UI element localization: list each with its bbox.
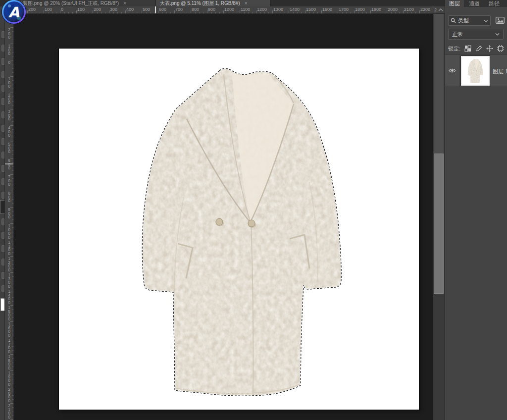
paint-lock-icon[interactable]	[473, 45, 484, 52]
tool-sliver-icon[interactable]	[1, 285, 4, 292]
tool-sliver-icon[interactable]	[1, 218, 4, 225]
ruler-tick	[166, 12, 167, 13]
ruler-tick	[97, 12, 98, 13]
tool-sliver-icon[interactable]	[1, 232, 4, 239]
tool-sliver-icon[interactable]	[1, 178, 4, 185]
document-tab-label: 秋装图.png @ 20% (StarUI FH_正或, RGB/8*)	[18, 0, 119, 6]
scroll-track-lower[interactable]	[434, 294, 444, 420]
ruler-tick	[12, 138, 13, 138]
ruler-tick	[113, 12, 114, 13]
layer-visibility-cell[interactable]	[445, 55, 459, 87]
ruler-tick	[117, 12, 118, 13]
tool-sliver-icon[interactable]	[1, 71, 4, 78]
tool-sliver-icon[interactable]	[1, 45, 4, 52]
tool-sliver-icon[interactable]	[1, 272, 4, 279]
ruler-label: 1900	[371, 7, 381, 12]
transparent-pixels-lock-icon[interactable]	[462, 45, 473, 52]
panel-tabs: 图层通道路径	[445, 0, 507, 7]
chevron-down-icon	[495, 33, 500, 36]
pixel-layer-filter-icon[interactable]	[496, 17, 505, 24]
panel-tab-1[interactable]: 通道	[465, 0, 484, 7]
ruler-tick	[342, 12, 343, 13]
document-tab-label: 大衣.png @ 5.11% (图层 1, RGB/8#)	[160, 0, 240, 6]
document-canvas[interactable]	[59, 49, 419, 410]
document-tab-0[interactable]: 秋装图.png @ 20% (StarUI FH_正或, RGB/8*)×	[14, 0, 156, 6]
ruler-label: 1800	[355, 7, 365, 12]
ruler-tick	[40, 12, 40, 13]
ruler-tick	[313, 12, 314, 13]
vertical-scrollbar[interactable]: 2	[433, 6, 445, 420]
ruler-tick	[81, 12, 81, 13]
ruler-tick	[10, 125, 13, 126]
chevron-up-icon[interactable]	[438, 8, 443, 11]
scrollbar-header: 2	[433, 6, 445, 14]
ruler-tick	[12, 56, 13, 56]
tool-sliver-icon[interactable]	[1, 138, 4, 145]
ruler-tick	[228, 12, 228, 13]
tool-sliver-icon[interactable]	[1, 245, 4, 252]
ruler-tick	[12, 154, 13, 155]
layer-thumbnail[interactable]	[461, 56, 490, 86]
artboard-lock-icon[interactable]	[495, 45, 506, 52]
horizontal-ruler[interactable]: 2001000100200300400500600700800900100011…	[14, 6, 433, 14]
vertical-ruler[interactable]: 2 0 01 0 001 0 02 0 03 0 04 0 05 0 06 0 …	[5, 6, 14, 420]
ruler-tick	[56, 12, 56, 13]
layer-name[interactable]: 图层 1	[493, 68, 507, 75]
ruler-tick	[154, 12, 154, 13]
ruler-label: 2000	[388, 7, 398, 12]
ruler-tick	[130, 12, 130, 13]
ruler-tick	[268, 12, 269, 13]
tool-sliver-icon[interactable]	[1, 125, 4, 132]
coat-image	[59, 49, 419, 410]
foreground-color-swatch[interactable]	[0, 298, 5, 311]
ruler-tick	[366, 12, 367, 13]
blend-mode-select[interactable]: 正常	[448, 29, 504, 40]
ruler-tick	[12, 89, 13, 89]
ruler-tick	[10, 191, 13, 191]
tool-sliver-icon[interactable]	[1, 259, 4, 265]
layer-row[interactable]: 图层 1	[445, 54, 507, 86]
ruler-tick	[10, 44, 13, 44]
tool-sliver-icon[interactable]	[1, 31, 4, 38]
ruler-label: 1000	[224, 7, 234, 12]
ruler-tick	[424, 12, 424, 13]
ruler-tick	[301, 12, 302, 13]
app-logo-icon[interactable]: A	[0, 0, 27, 26]
ruler-label: 1 0 0	[5, 45, 13, 56]
ruler-tick	[10, 403, 13, 404]
panel-tab-2[interactable]: 路径	[485, 0, 504, 7]
scroll-track-upper[interactable]	[434, 14, 444, 154]
tool-sliver-icon[interactable]	[1, 58, 4, 65]
selected-tool-icon[interactable]	[0, 200, 5, 214]
eye-icon[interactable]	[449, 68, 456, 73]
close-icon[interactable]: ×	[245, 0, 248, 6]
ruler-tick	[399, 12, 400, 13]
tool-sliver-icon[interactable]	[1, 152, 4, 158]
tool-sliver-icon[interactable]	[1, 111, 4, 118]
ruler-tick	[195, 12, 196, 13]
toolbox-strip[interactable]	[0, 6, 5, 420]
ruler-tick	[285, 12, 285, 13]
ruler-tick	[428, 12, 428, 13]
ruler-tick	[203, 12, 203, 13]
ruler-label: 200	[94, 7, 101, 12]
ruler-tick	[32, 12, 32, 13]
ruler-tick	[293, 12, 294, 13]
close-icon[interactable]: ×	[123, 0, 126, 6]
tool-sliver-icon[interactable]	[1, 98, 4, 105]
tool-sliver-icon[interactable]	[1, 85, 4, 92]
canvas-area[interactable]	[14, 14, 433, 420]
ruler-tick	[334, 12, 334, 13]
panel-tab-0[interactable]: 图层	[445, 0, 464, 7]
tool-sliver-icon[interactable]	[1, 192, 4, 199]
layer-filter-row: 类型	[445, 15, 507, 27]
ruler-label: 4 0 0	[5, 126, 13, 138]
layer-filter-select[interactable]: 类型	[448, 15, 491, 26]
tool-sliver-icon[interactable]	[1, 165, 4, 172]
move-lock-icon[interactable]	[484, 45, 495, 52]
ruler-tick	[134, 12, 134, 13]
ruler-tick	[10, 354, 13, 355]
ruler-label: 8 0 0	[5, 192, 13, 203]
scroll-thumb[interactable]	[434, 154, 444, 294]
document-tab-1[interactable]: 大衣.png @ 5.11% (图层 1, RGB/8#)×	[156, 0, 271, 6]
